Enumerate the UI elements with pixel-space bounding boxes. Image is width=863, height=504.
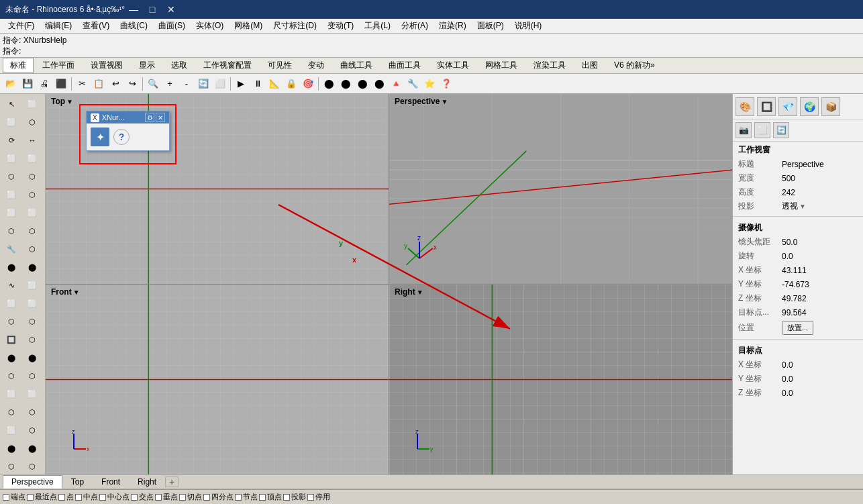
tab-item[interactable]: 工作平面 xyxy=(35,58,82,73)
rp-viewport-btn[interactable]: ⬜ xyxy=(754,122,770,138)
cb-perp[interactable] xyxy=(155,494,162,501)
left-toolbar-btn[interactable]: ⬡ xyxy=(22,421,42,439)
cb-knot[interactable] xyxy=(235,494,242,501)
xnurbs-plugin-btn[interactable]: ✦ xyxy=(91,128,109,146)
left-toolbar-btn[interactable]: ⬡ xyxy=(22,313,42,330)
menu-item[interactable]: 编辑(E) xyxy=(40,19,77,33)
cb-tan[interactable] xyxy=(179,494,186,501)
tab-item[interactable]: 选取 xyxy=(164,58,195,73)
toolbar-btn[interactable]: 🔄 xyxy=(195,76,211,92)
left-toolbar-btn[interactable]: ⬡ xyxy=(22,240,42,258)
viewport-top[interactable]: Top ▼ x y X XNur... ⚙ ✕ xyxy=(46,94,389,284)
toolbar-btn[interactable]: 💾 xyxy=(19,76,36,92)
toolbar-btn[interactable]: ▶ xyxy=(233,76,249,92)
left-toolbar-btn[interactable]: ⬜ xyxy=(1,295,21,312)
left-toolbar-btn[interactable]: ⬡ xyxy=(22,168,42,185)
left-toolbar-btn[interactable]: ⬤ xyxy=(1,349,21,366)
toolbar-btn[interactable]: 📋 xyxy=(91,76,107,92)
tab-item[interactable]: 实体工具 xyxy=(429,58,476,73)
toolbar-btn[interactable]: ⬛ xyxy=(53,76,69,92)
close-button[interactable]: ✕ xyxy=(162,3,180,16)
menu-item[interactable]: 说明(H) xyxy=(509,19,548,33)
cb-quad[interactable] xyxy=(203,494,210,501)
toolbar-btn[interactable]: ↩ xyxy=(107,76,123,92)
left-toolbar-btn[interactable]: ⬜ xyxy=(1,385,21,403)
left-toolbar-btn[interactable]: ⬡ xyxy=(22,186,42,203)
left-toolbar-btn[interactable]: ⬜ xyxy=(22,150,42,167)
cb-endpoint[interactable] xyxy=(3,494,9,501)
left-toolbar-btn[interactable]: ⬡ xyxy=(1,458,21,474)
left-toolbar-btn[interactable]: ↖ xyxy=(1,95,21,113)
tab-item[interactable]: 显示 xyxy=(132,58,162,73)
toolbar-btn[interactable]: + xyxy=(162,76,178,92)
rp-projection-select[interactable]: 透视 ▼ xyxy=(782,201,858,212)
cb-center[interactable] xyxy=(99,494,106,501)
toolbar-btn[interactable]: ⬤ xyxy=(371,76,387,92)
toolbar-btn[interactable]: ❓ xyxy=(438,76,454,92)
left-toolbar-btn[interactable]: ⬜ xyxy=(22,385,42,403)
viewport-top-label[interactable]: Top ▼ xyxy=(51,97,73,106)
left-toolbar-btn[interactable]: ⬡ xyxy=(22,403,42,421)
left-toolbar-btn[interactable]: ⬡ xyxy=(22,367,42,385)
maximize-button[interactable]: □ xyxy=(144,3,161,16)
toolbar-btn[interactable]: 🖨 xyxy=(36,76,52,92)
rp-camera-btn[interactable]: 📷 xyxy=(735,122,752,138)
rp-color-btn[interactable]: 🎨 xyxy=(735,97,754,116)
menu-item[interactable]: 尺寸标注(D) xyxy=(268,19,322,33)
tab-item[interactable]: 工作视窗配置 xyxy=(196,58,259,73)
tab-item[interactable]: 可见性 xyxy=(260,58,299,73)
xnurbs-close-btn[interactable]: ✕ xyxy=(156,113,165,122)
xnurbs-help-btn[interactable]: ? xyxy=(113,129,130,145)
left-toolbar-btn[interactable]: ∿ xyxy=(1,276,21,294)
rp-3d-btn[interactable]: 🔄 xyxy=(773,122,789,138)
left-toolbar-btn[interactable]: ⬜ xyxy=(22,204,42,221)
left-toolbar-btn[interactable]: ⬤ xyxy=(1,258,21,276)
tab-item[interactable]: 渲染工具 xyxy=(526,58,573,73)
toolbar-btn[interactable]: ⭐ xyxy=(421,76,438,92)
menu-item[interactable]: 工具(L) xyxy=(359,19,396,33)
viewport-front-label[interactable]: Front ▼ xyxy=(51,287,80,297)
cb-project[interactable] xyxy=(283,494,290,501)
left-toolbar-btn[interactable]: ⬡ xyxy=(22,331,42,348)
viewport-right-label[interactable]: Right ▼ xyxy=(395,287,423,297)
left-toolbar-btn[interactable]: ⟳ xyxy=(1,132,21,149)
toolbar-btn[interactable]: ↪ xyxy=(124,76,140,92)
tab-item[interactable]: 标准 xyxy=(3,58,34,73)
toolbar-btn[interactable]: ⬤ xyxy=(321,76,337,92)
bottom-tab[interactable]: Right xyxy=(129,475,165,489)
left-toolbar-btn[interactable]: ⬜ xyxy=(1,186,21,203)
left-toolbar-btn[interactable]: ⬜ xyxy=(22,295,42,312)
toolbar-btn[interactable]: ⬤ xyxy=(338,76,354,92)
left-toolbar-btn[interactable]: ⬡ xyxy=(1,222,21,240)
rp-render-btn[interactable]: 🔲 xyxy=(757,97,776,116)
viewport-front[interactable]: Front ▼ x z xyxy=(46,285,389,474)
tab-item[interactable]: 出图 xyxy=(574,58,605,73)
rp-env-btn[interactable]: 🌍 xyxy=(800,97,819,116)
left-toolbar-btn[interactable]: ↔ xyxy=(22,132,42,149)
menu-item[interactable]: 文件(F) xyxy=(3,19,40,33)
toolbar-btn[interactable]: 🎯 xyxy=(300,76,316,92)
menu-item[interactable]: 网格(M) xyxy=(229,19,268,33)
add-tab-button[interactable]: + xyxy=(165,476,179,487)
toolbar-btn[interactable]: 🔍 xyxy=(145,76,161,92)
toolbar-btn[interactable]: ⏸ xyxy=(250,76,266,92)
tab-item[interactable]: 曲线工具 xyxy=(333,58,380,73)
toolbar-btn[interactable]: ⬜ xyxy=(212,76,228,92)
menu-item[interactable]: 变动(T) xyxy=(322,19,359,33)
menu-item[interactable]: 面板(P) xyxy=(472,19,509,33)
left-toolbar-btn[interactable]: ⬡ xyxy=(1,168,21,185)
left-toolbar-btn[interactable]: ⬤ xyxy=(22,440,42,457)
left-toolbar-btn[interactable]: ⬜ xyxy=(22,276,42,294)
tab-item[interactable]: 设置视图 xyxy=(83,58,130,73)
cb-disable[interactable] xyxy=(307,494,314,501)
left-toolbar-btn[interactable]: ⬜ xyxy=(1,150,21,167)
left-toolbar-btn[interactable]: ⬤ xyxy=(22,349,42,366)
menu-item[interactable]: 曲面(S) xyxy=(153,19,191,33)
rp-position-btn[interactable]: 放置... xyxy=(782,321,813,335)
left-toolbar-btn[interactable]: ⬡ xyxy=(22,222,42,240)
menu-item[interactable]: 查看(V) xyxy=(77,19,115,33)
cb-vertex[interactable] xyxy=(259,494,266,501)
tab-item[interactable]: 曲面工具 xyxy=(381,58,428,73)
tab-item[interactable]: 网格工具 xyxy=(478,58,525,73)
rp-texture-btn[interactable]: 📦 xyxy=(821,97,840,116)
